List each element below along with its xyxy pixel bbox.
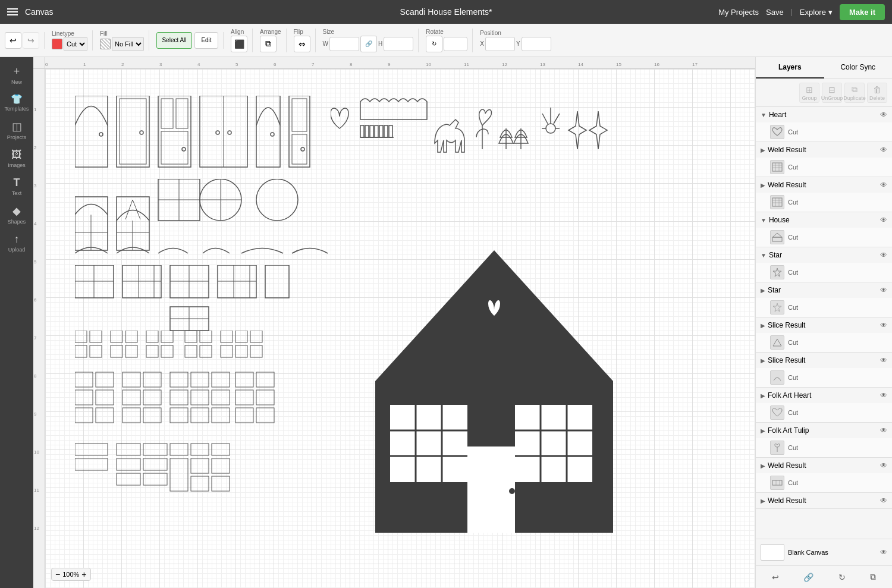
layer-header-weld3[interactable]: ▶ Weld Result 👁: [756, 458, 892, 473]
select-all-button[interactable]: Select All: [156, 32, 192, 49]
svg-marker-151: [772, 233, 782, 237]
rotate-btn[interactable]: ↻: [426, 36, 442, 52]
eye-weld1[interactable]: 👁: [880, 146, 887, 154]
panel-action-4[interactable]: ⧉: [868, 570, 878, 584]
svg-rect-99: [170, 390, 188, 405]
layer-header-house[interactable]: ▼ House 👁: [756, 212, 892, 228]
x-input[interactable]: [485, 37, 515, 51]
eye-folk-heart[interactable]: 👁: [880, 391, 887, 400]
layer-header-folk-tulip[interactable]: ▶ Folk Art Tulip 👁: [756, 423, 892, 438]
thumb-weld3: [770, 476, 784, 490]
edit-button[interactable]: Edit: [194, 32, 218, 49]
chevron-star2: ▶: [761, 287, 765, 294]
layer-group-folk-tulip: ▶ Folk Art Tulip 👁 Cut: [756, 423, 892, 458]
svg-rect-72: [146, 345, 158, 357]
svg-rect-103: [191, 408, 209, 423]
layer-header-weld2[interactable]: ▶ Weld Result 👁: [756, 177, 892, 193]
duplicate-button[interactable]: ⧉ Duplicate: [844, 83, 865, 103]
linetype-select[interactable]: Cut: [64, 37, 87, 51]
canvas-eye-icon[interactable]: 👁: [880, 548, 887, 556]
undo-button[interactable]: ↩: [5, 32, 21, 49]
shapes-icon: ◆: [12, 205, 21, 218]
sidebar-item-new[interactable]: + New: [1, 62, 32, 89]
svg-rect-126: [212, 476, 230, 491]
svg-rect-106: [256, 372, 274, 387]
right-actions: My Projects Save | Explore ▾ Make it: [718, 4, 885, 20]
layer-header-slice1[interactable]: ▶ Slice Result 👁: [756, 317, 892, 333]
arrange-btn[interactable]: ⧉: [260, 36, 277, 52]
sidebar-item-text[interactable]: T Text: [1, 173, 32, 200]
eye-folk-tulip[interactable]: 👁: [880, 426, 887, 435]
layer-header-weld4[interactable]: ▶ Weld Result 👁: [756, 493, 892, 508]
svg-rect-82: [235, 345, 247, 357]
layer-header-star1[interactable]: ▼ Star 👁: [756, 247, 892, 263]
layer-header-star2[interactable]: ▶ Star 👁: [756, 282, 892, 298]
svg-point-140: [509, 488, 515, 494]
layer-child-weld2-cut: Cut: [756, 193, 892, 212]
fill-select[interactable]: No Fill: [112, 37, 144, 51]
width-input[interactable]: [329, 37, 359, 51]
y-input[interactable]: [522, 37, 551, 51]
canvas-area[interactable]: /* ruler ticks rendered below */ 0 1 2 3…: [33, 57, 755, 588]
save-button[interactable]: Save: [766, 8, 784, 17]
svg-rect-71: [161, 331, 173, 342]
linetype-color[interactable]: [52, 39, 62, 49]
house-main[interactable]: [369, 244, 619, 539]
height-input[interactable]: [384, 37, 413, 51]
menu-icon[interactable]: [7, 8, 18, 15]
layer-group-star2: ▶ Star 👁 Cut: [756, 282, 892, 317]
layer-child-house-cut: Cut: [756, 228, 892, 247]
svg-rect-6: [161, 99, 173, 128]
svg-rect-75: [200, 331, 212, 342]
panel-action-2[interactable]: 🔗: [801, 570, 816, 584]
eye-house[interactable]: 👁: [880, 216, 887, 224]
eye-weld4[interactable]: 👁: [880, 496, 887, 505]
canvas-shapes[interactable]: [45, 69, 755, 588]
layer-header-slice2[interactable]: ▶ Slice Result 👁: [756, 353, 892, 368]
eye-star2[interactable]: 👁: [880, 286, 887, 294]
redo-button[interactable]: ↪: [23, 32, 39, 49]
layer-header-folk-heart[interactable]: ▶ Folk Art Heart 👁: [756, 388, 892, 403]
flip-btn[interactable]: ⇔: [294, 36, 310, 52]
eye-heart[interactable]: 👁: [880, 111, 887, 119]
sidebar-item-images[interactable]: 🖼 Images: [1, 145, 32, 172]
svg-rect-81: [221, 345, 233, 357]
svg-rect-108: [256, 390, 274, 405]
layer-group-weld1: ▶ Weld Result 👁 Cut: [756, 142, 892, 177]
sidebar-item-templates[interactable]: 👕 Templates: [1, 90, 32, 115]
layer-header-weld1[interactable]: ▶ Weld Result 👁: [756, 142, 892, 158]
sidebar-item-projects[interactable]: ◫ Projects: [1, 117, 32, 144]
tab-color-sync[interactable]: Color Sync: [824, 57, 893, 78]
make-it-button[interactable]: Make it: [840, 4, 885, 20]
svg-rect-26: [389, 125, 392, 137]
sidebar-item-shapes[interactable]: ◆ Shapes: [1, 201, 32, 228]
sidebar-item-upload[interactable]: ↑ Upload: [1, 229, 32, 256]
rotate-input[interactable]: [444, 37, 467, 51]
svg-point-1: [99, 133, 103, 136]
group-button[interactable]: ⊞ Group: [799, 83, 819, 103]
zoom-out-button[interactable]: −: [55, 570, 60, 579]
fill-color[interactable]: [100, 39, 111, 49]
layer-child-heart-cut: Cut: [756, 122, 892, 142]
ungroup-button[interactable]: ⊟ UnGroup: [822, 83, 842, 103]
delete-button[interactable]: 🗑 Delete: [867, 83, 887, 103]
my-projects-button[interactable]: My Projects: [718, 8, 759, 17]
svg-rect-78: [221, 331, 233, 342]
svg-rect-114: [143, 444, 167, 455]
tab-layers[interactable]: Layers: [756, 57, 824, 78]
align-btn[interactable]: ⬛: [231, 36, 247, 52]
eye-weld3[interactable]: 👁: [880, 461, 887, 470]
svg-rect-87: [96, 390, 114, 405]
panel-action-1[interactable]: ↩: [769, 570, 781, 584]
right-panel: Layers Color Sync ⊞ Group ⊟ UnGroup ⧉ Du…: [755, 57, 892, 588]
panel-action-3[interactable]: ↻: [836, 570, 848, 584]
eye-slice2[interactable]: 👁: [880, 356, 887, 364]
explore-button[interactable]: Explore ▾: [800, 8, 833, 17]
layer-header-heart[interactable]: ▼ Heart 👁: [756, 107, 892, 122]
eye-star1[interactable]: 👁: [880, 251, 887, 259]
eye-weld2[interactable]: 👁: [880, 181, 887, 189]
eye-slice1[interactable]: 👁: [880, 321, 887, 329]
svg-rect-101: [212, 390, 230, 405]
lock-aspect-btn[interactable]: 🔗: [360, 36, 377, 52]
zoom-in-button[interactable]: +: [81, 570, 86, 579]
